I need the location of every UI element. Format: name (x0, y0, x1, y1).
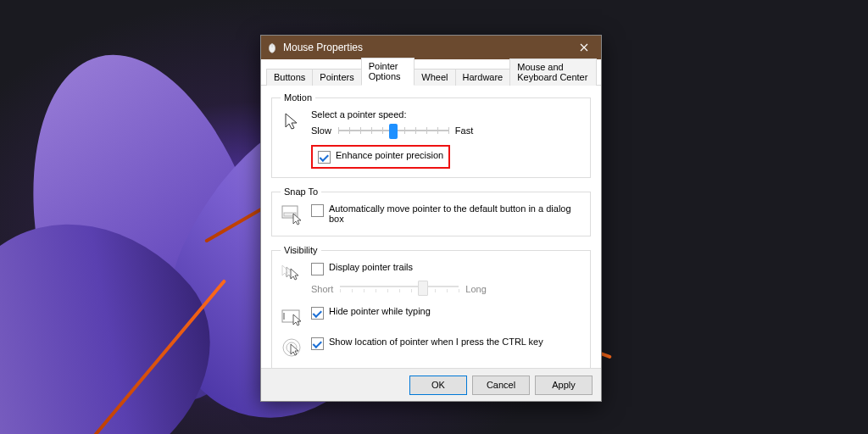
tab-strip: ButtonsPointersPointer OptionsWheelHardw… (261, 59, 601, 86)
tab-hardware[interactable]: Hardware (455, 69, 511, 86)
short-label: Short (311, 284, 333, 294)
tab-buttons[interactable]: Buttons (266, 69, 313, 86)
pointer-trails-label: Display pointer trails (329, 262, 413, 272)
pointer-trails-icon (281, 262, 304, 286)
pointer-trails-checkbox[interactable]: Display pointer trails (311, 262, 581, 275)
checkbox-icon (318, 151, 331, 164)
checkbox-icon (311, 263, 324, 275)
ctrl-locate-checkbox[interactable]: Show location of pointer when I press th… (311, 337, 581, 350)
checkbox-icon (311, 337, 324, 350)
tab-wheel[interactable]: Wheel (414, 69, 455, 86)
visibility-legend: Visibility (281, 245, 321, 255)
apply-button[interactable]: Apply (535, 376, 593, 395)
snap-to-legend: Snap To (281, 186, 321, 197)
close-button[interactable] (567, 36, 601, 59)
pointer-speed-slider[interactable] (338, 123, 448, 138)
motion-legend: Motion (281, 92, 315, 103)
mouse-icon (266, 42, 278, 53)
snap-to-label: Automatically move pointer to the defaul… (329, 203, 581, 224)
snap-to-icon (281, 203, 304, 227)
titlebar[interactable]: Mouse Properties (261, 36, 601, 59)
cancel-button[interactable]: Cancel (472, 376, 530, 395)
ok-button[interactable]: OK (409, 376, 467, 395)
checkbox-icon (311, 204, 324, 217)
tab-pointers[interactable]: Pointers (312, 69, 361, 86)
window-title: Mouse Properties (283, 42, 567, 53)
enhance-precision-checkbox[interactable]: Enhance pointer precision (318, 150, 443, 164)
enhance-precision-label: Enhance pointer precision (336, 150, 443, 160)
tab-mouse-and-keyboard-center[interactable]: Mouse and Keyboard Center (509, 58, 597, 86)
pointer-speed-icon (281, 109, 304, 133)
long-label: Long (465, 284, 486, 294)
tab-pointer-options[interactable]: Pointer Options (361, 58, 415, 86)
ctrl-locate-icon (281, 337, 304, 360)
pointer-speed-label: Select a pointer speed: (311, 109, 581, 120)
pointer-trails-slider (340, 279, 459, 299)
visibility-group: Visibility Display pointer trails (271, 245, 591, 370)
dialog-footer: OK Cancel Apply (261, 368, 601, 401)
checkbox-icon (311, 307, 324, 320)
snap-to-checkbox[interactable]: Automatically move pointer to the defaul… (311, 203, 581, 224)
snap-to-group: Snap To Automatically move pointer to th… (271, 186, 591, 236)
slow-label: Slow (311, 125, 331, 136)
ctrl-locate-label: Show location of pointer when I press th… (329, 337, 543, 347)
desktop-wallpaper: Mouse Properties ButtonsPointersPointer … (0, 0, 868, 434)
mouse-properties-dialog: Mouse Properties ButtonsPointersPointer … (260, 35, 602, 402)
hide-pointer-checkbox[interactable]: Hide pointer while typing (311, 306, 581, 320)
fast-label: Fast (455, 125, 473, 136)
enhance-precision-highlight: Enhance pointer precision (311, 145, 450, 169)
motion-group: Motion Select a pointer speed: Slow Fast (271, 92, 591, 178)
hide-pointer-label: Hide pointer while typing (329, 306, 431, 316)
hide-pointer-icon (281, 306, 304, 330)
dialog-body: Motion Select a pointer speed: Slow Fast (261, 86, 601, 370)
